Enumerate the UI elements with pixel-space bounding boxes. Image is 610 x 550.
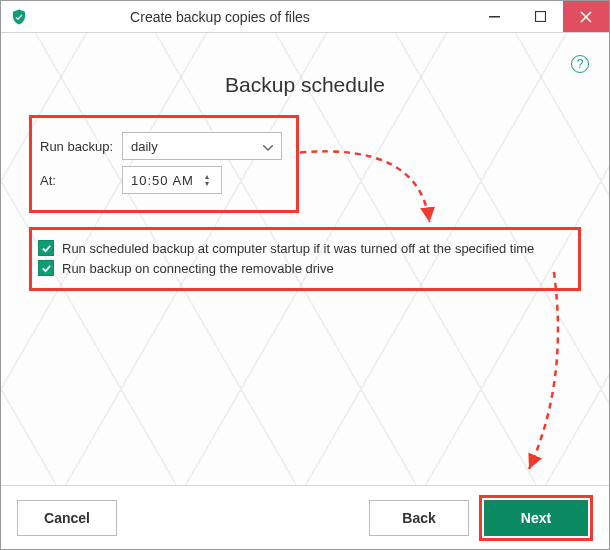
time-stepper[interactable]: 10:50 AM ▴ ▾ (122, 166, 222, 194)
check-icon (41, 243, 52, 254)
next-button-highlight: Next (479, 495, 593, 541)
titlebar: Create backup copies of files (1, 1, 609, 33)
time-value: 10:50 AM (131, 173, 205, 188)
window-frame: Create backup copies of files ? Backup s… (0, 0, 610, 550)
back-button[interactable]: Back (369, 500, 469, 536)
chevron-down-icon (263, 139, 273, 154)
run-backup-label: Run backup: (40, 139, 122, 154)
schedule-group-highlight: Run backup: daily At: 10:50 AM ▴ ▾ (29, 115, 299, 213)
time-spinner[interactable]: ▴ ▾ (205, 173, 217, 187)
page-title: Backup schedule (29, 73, 581, 97)
check-icon (41, 263, 52, 274)
startup-option-label: Run scheduled backup at computer startup… (62, 241, 534, 256)
removable-checkbox[interactable] (38, 260, 54, 276)
window-controls (471, 1, 609, 32)
svg-rect-1 (535, 12, 545, 22)
run-backup-row: Run backup: daily (40, 132, 286, 160)
startup-option-row: Run scheduled backup at computer startup… (38, 240, 570, 256)
content-area: ? Backup schedule Run backup: daily At: … (1, 33, 609, 485)
minimize-button[interactable] (471, 1, 517, 32)
startup-checkbox[interactable] (38, 240, 54, 256)
at-label: At: (40, 173, 122, 188)
help-icon[interactable]: ? (571, 55, 589, 73)
close-icon (580, 11, 592, 23)
time-row: At: 10:50 AM ▴ ▾ (40, 166, 286, 194)
removable-option-row: Run backup on connecting the removable d… (38, 260, 570, 276)
options-group-highlight: Run scheduled backup at computer startup… (29, 227, 581, 291)
next-button[interactable]: Next (484, 500, 588, 536)
removable-option-label: Run backup on connecting the removable d… (62, 261, 334, 276)
cancel-button[interactable]: Cancel (17, 500, 117, 536)
frequency-value: daily (131, 139, 158, 154)
window-title: Create backup copies of files (0, 9, 471, 25)
svg-rect-0 (489, 16, 500, 18)
close-button[interactable] (563, 1, 609, 32)
footer: Cancel Back Next (1, 485, 609, 549)
frequency-select[interactable]: daily (122, 132, 282, 160)
chevron-down-icon: ▾ (205, 180, 217, 187)
maximize-icon (535, 11, 546, 22)
maximize-button[interactable] (517, 1, 563, 32)
minimize-icon (489, 11, 500, 22)
